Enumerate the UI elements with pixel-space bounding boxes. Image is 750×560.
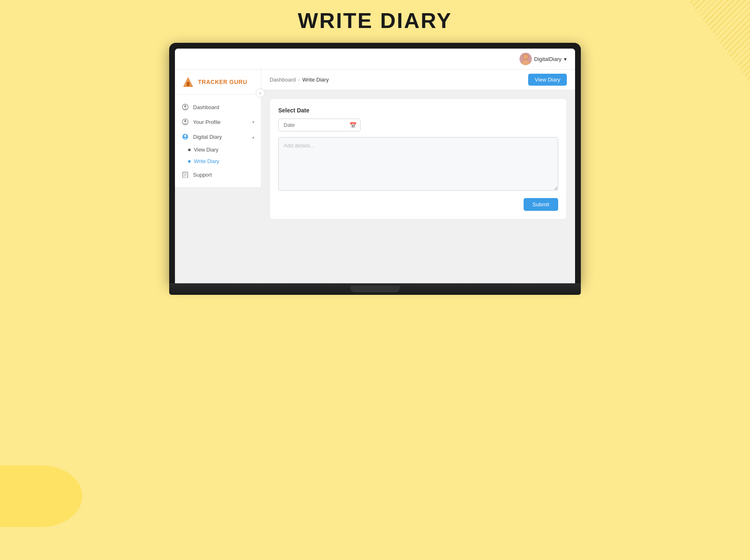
support-label: Support	[193, 172, 254, 178]
support-icon	[182, 171, 189, 178]
sidebar: TRACKER GURU	[175, 70, 261, 187]
user-dropdown[interactable]: DigitalDiary ▾	[519, 53, 567, 65]
main-layout: TRACKER GURU	[175, 70, 575, 279]
laptop-base	[169, 283, 581, 295]
page-title: WRITE DIARY	[298, 8, 452, 33]
diary-form-card: Select Date 📅 Submit	[270, 98, 567, 219]
subnav-view-diary[interactable]: View Diary	[175, 144, 261, 156]
content-header: Dashboard › Write Diary View Diary	[261, 70, 575, 90]
sidebar-item-dashboard[interactable]: Dashboard	[175, 100, 261, 114]
write-diary-dot	[188, 160, 191, 163]
section-title: Select Date	[278, 107, 558, 114]
submit-button[interactable]: Submit	[524, 198, 558, 211]
submit-row: Submit	[278, 198, 558, 211]
sidebar-item-your-profile[interactable]: Your Profile ▾	[175, 114, 261, 129]
sidebar-nav: Dashboard	[175, 95, 261, 187]
screen-bezel: DigitalDiary ▾	[169, 43, 581, 283]
your-profile-label: Your Profile	[193, 119, 248, 125]
profile-icon	[182, 118, 189, 126]
subnav-write-diary[interactable]: Write Diary	[175, 156, 261, 167]
diary-icon	[182, 133, 189, 140]
logo-icon	[182, 75, 195, 89]
svg-point-12	[184, 135, 186, 137]
svg-point-8	[184, 105, 186, 107]
logo-text: TRACKER GURU	[198, 79, 247, 85]
main-content: Dashboard › Write Diary View Diary Selec…	[261, 70, 575, 279]
dropdown-chevron: ▾	[564, 56, 567, 62]
view-diary-button[interactable]: View Diary	[528, 74, 567, 86]
sidebar-item-digital-diary[interactable]: Digital Diary ▴	[175, 129, 261, 144]
dashboard-label: Dashboard	[193, 104, 254, 110]
laptop-notch	[350, 286, 400, 292]
profile-chevron: ▾	[252, 120, 254, 124]
top-bar: DigitalDiary ▾	[175, 49, 575, 70]
svg-point-2	[523, 54, 528, 59]
date-input[interactable]	[278, 119, 361, 131]
laptop-container: DigitalDiary ▾	[169, 43, 581, 295]
breadcrumb-separator: ›	[298, 77, 300, 83]
diary-subnav: View Diary Write Diary	[175, 144, 261, 167]
content-area: Select Date 📅 Submit	[261, 90, 575, 279]
sidebar-item-support[interactable]: Support	[175, 167, 261, 182]
view-diary-label: View Diary	[194, 147, 219, 153]
avatar	[519, 53, 532, 65]
date-input-wrapper: 📅	[278, 119, 361, 131]
svg-point-3	[522, 60, 530, 65]
diary-chevron: ▴	[252, 135, 254, 139]
details-textarea[interactable]	[278, 137, 558, 191]
breadcrumb-parent[interactable]: Dashboard	[270, 77, 296, 83]
breadcrumb-current: Write Diary	[303, 77, 329, 83]
svg-point-10	[184, 120, 186, 122]
sidebar-logo: TRACKER GURU	[175, 70, 261, 95]
breadcrumb: Dashboard › Write Diary	[270, 77, 329, 83]
dashboard-icon	[182, 103, 189, 111]
user-name: DigitalDiary	[534, 56, 561, 62]
sidebar-wrapper: TRACKER GURU	[175, 70, 261, 279]
sidebar-collapse-button[interactable]: ‹	[256, 89, 265, 98]
write-diary-label: Write Diary	[194, 159, 219, 164]
svg-rect-6	[187, 82, 189, 86]
laptop-screen: DigitalDiary ▾	[175, 49, 575, 283]
digital-diary-label: Digital Diary	[193, 134, 248, 140]
app-root: DigitalDiary ▾	[175, 49, 575, 279]
view-diary-dot	[188, 149, 191, 151]
